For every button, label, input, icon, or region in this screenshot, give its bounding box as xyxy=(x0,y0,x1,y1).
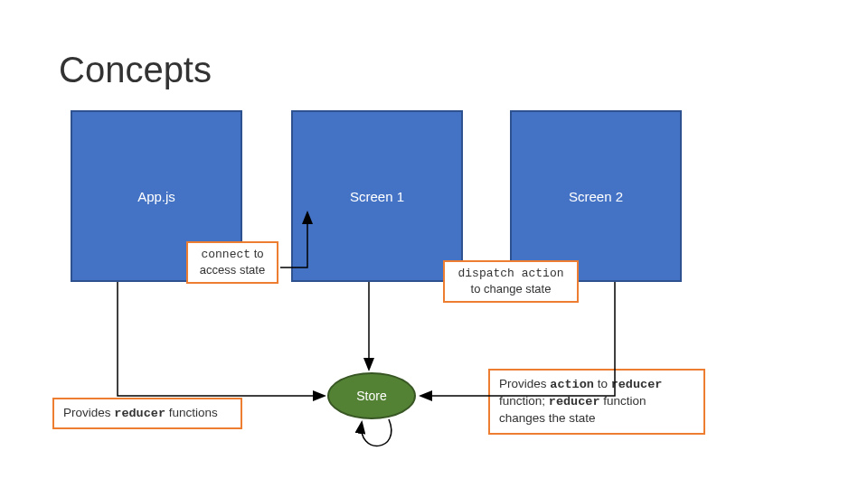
callout-dispatch-line1: dispatch action xyxy=(452,266,570,282)
callout-action-reducer-line3: changes the state xyxy=(499,410,694,427)
node-store: Store xyxy=(327,372,416,419)
node-store-label: Store xyxy=(356,389,386,403)
node-screen2: Screen 2 xyxy=(510,110,682,282)
callout-action-reducer-line1: Provides action to reducer xyxy=(499,376,694,393)
node-screen1-label: Screen 1 xyxy=(350,189,404,204)
node-screen1: Screen 1 xyxy=(291,110,463,282)
arrow-app-to-store xyxy=(118,282,324,396)
callout-connect-line1: connect to xyxy=(195,247,269,263)
node-screen2-label: Screen 2 xyxy=(569,189,623,204)
callout-action-reducer-line2: function; reducer function xyxy=(499,393,694,410)
arrow-store-self-loop xyxy=(362,419,392,446)
callout-action-reducer: Provides action to reducer function; red… xyxy=(488,369,705,435)
callout-connect-line2: access state xyxy=(195,263,269,278)
callout-dispatch: dispatch action to change state xyxy=(443,260,579,303)
node-app-label: App.js xyxy=(137,189,175,204)
callout-connect: connect to access state xyxy=(186,241,278,284)
callout-dispatch-line2: to change state xyxy=(452,282,570,297)
callout-reducer-functions: Provides reducer functions xyxy=(52,398,242,429)
page-title: Concepts xyxy=(59,50,212,90)
